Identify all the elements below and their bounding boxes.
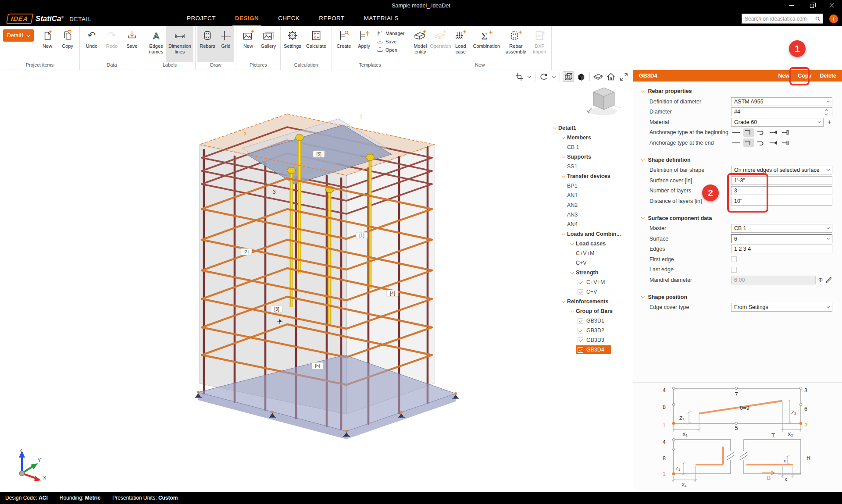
anchorage-bend-90-icon[interactable] bbox=[743, 138, 754, 147]
tree-item-gb3d1[interactable]: GB3D1 bbox=[549, 316, 633, 326]
checkbox-checked[interactable] bbox=[578, 347, 583, 353]
home-view-button[interactable] bbox=[605, 71, 617, 82]
tree-item-members[interactable]: Members bbox=[549, 133, 633, 142]
save-button[interactable]: Save bbox=[122, 26, 142, 62]
anchorage-straight-icon[interactable] bbox=[731, 128, 742, 137]
rotate-view-button[interactable] bbox=[538, 71, 549, 82]
tree-item-group-of-bars[interactable]: Group of Bars bbox=[549, 306, 633, 316]
edges-names-button[interactable]: A Edges names bbox=[146, 26, 166, 62]
calculate-button[interactable]: Calculate bbox=[303, 26, 330, 62]
tree-item-loads-and-combinations[interactable]: Loads and Combin... bbox=[549, 229, 633, 239]
anchorage-hook-180-icon[interactable] bbox=[756, 138, 766, 147]
copy-project-item-button[interactable]: Copy bbox=[57, 26, 78, 62]
tree-item-an2[interactable]: AN2 bbox=[549, 200, 633, 210]
tab-project[interactable]: PROJECT bbox=[184, 11, 218, 26]
dimension-lines-button[interactable]: Dimension lines bbox=[166, 26, 193, 62]
fullscreen-button[interactable] bbox=[618, 71, 629, 82]
tree-item-bp1[interactable]: BP1 bbox=[549, 181, 633, 191]
dxf-import-button[interactable]: DXF DXF Import bbox=[529, 26, 549, 62]
template-manager-button[interactable]: Manager bbox=[377, 30, 404, 36]
anchorage-plate-icon[interactable] bbox=[780, 138, 791, 147]
checkbox-checked[interactable] bbox=[578, 289, 583, 295]
definition-of-diameter-select[interactable]: ASTM A955 bbox=[731, 97, 832, 106]
anchorage-head-icon[interactable] bbox=[768, 128, 778, 137]
tab-report[interactable]: REPORT bbox=[316, 11, 347, 26]
tree-item-strength-cvm[interactable]: C+V+M bbox=[549, 277, 633, 287]
diameter-stepper[interactable]: #4 bbox=[731, 107, 832, 116]
delete-entity-button[interactable]: Delete bbox=[820, 73, 836, 79]
checkbox-checked[interactable] bbox=[578, 318, 583, 324]
master-select[interactable]: CB 1 bbox=[731, 224, 832, 233]
anchorage-plate-icon[interactable] bbox=[780, 128, 791, 137]
tree-item-transfer-devices[interactable]: Transfer devices bbox=[549, 171, 633, 181]
edit-pencil-button[interactable] bbox=[825, 277, 832, 284]
tree-item-gb3d2[interactable]: GB3D2 bbox=[549, 326, 633, 335]
section-header-shape-position[interactable]: Shape position bbox=[642, 292, 832, 302]
last-edge-checkbox[interactable] bbox=[731, 267, 737, 273]
spinner-icon[interactable] bbox=[823, 109, 829, 115]
close-button[interactable] bbox=[822, 0, 842, 11]
material-select[interactable]: Grade 60 bbox=[731, 118, 824, 127]
add-material-button[interactable]: + bbox=[826, 118, 832, 126]
info-button[interactable]: i bbox=[829, 14, 838, 23]
template-open-button[interactable]: Open bbox=[377, 46, 404, 53]
gallery-button[interactable]: Gallery bbox=[258, 26, 278, 62]
checkbox-checked[interactable] bbox=[578, 337, 583, 343]
tree-item-gb3d4-selected[interactable]: GB3D4 bbox=[549, 345, 633, 355]
tab-materials[interactable]: MATERIALS bbox=[361, 11, 401, 26]
apply-template-button[interactable]: Apply bbox=[354, 26, 374, 62]
combination-button[interactable]: Σ Combination bbox=[471, 26, 502, 62]
anchorage-bend-90-icon[interactable] bbox=[743, 128, 754, 137]
surface-select[interactable]: 6 bbox=[731, 234, 832, 243]
anchorage-head-icon[interactable] bbox=[768, 138, 778, 147]
new-picture-button[interactable]: New bbox=[238, 26, 258, 62]
crop-view-button[interactable] bbox=[514, 71, 525, 82]
rotate-options-button[interactable] bbox=[551, 71, 557, 82]
tree-item-an1[interactable]: AN1 bbox=[549, 191, 633, 200]
redo-button[interactable]: ↷ Redo bbox=[102, 26, 122, 62]
tree-item-an3[interactable]: AN3 bbox=[549, 210, 633, 220]
crop-options-button[interactable] bbox=[526, 71, 532, 82]
section-view-button[interactable] bbox=[592, 71, 604, 82]
view-cube[interactable] bbox=[581, 83, 627, 120]
tree-item-strength-cv[interactable]: C+V bbox=[549, 287, 633, 297]
section-header-shape-definition[interactable]: Shape definition bbox=[642, 155, 832, 165]
undo-button[interactable]: ↶ Undo bbox=[82, 26, 102, 62]
wireframe-view-button[interactable] bbox=[563, 71, 574, 82]
edges-input[interactable] bbox=[731, 245, 832, 253]
section-header-surface-component-data[interactable]: Surface component data bbox=[642, 213, 832, 224]
tab-check[interactable]: CHECK bbox=[275, 11, 302, 26]
model-entity-button[interactable]: Model entity bbox=[410, 26, 430, 62]
settings-button[interactable]: </> Settings bbox=[282, 26, 303, 62]
tree-item-detail1[interactable]: Detail1 bbox=[549, 123, 633, 133]
template-save-button[interactable]: Save bbox=[377, 38, 404, 45]
search-box[interactable] bbox=[742, 14, 823, 24]
checkbox-checked[interactable] bbox=[578, 328, 583, 334]
anchorage-straight-icon[interactable] bbox=[731, 138, 742, 147]
model-3d[interactable]: 1 2 3 [6] [2] [1] [4] [3] [5] bbox=[193, 101, 460, 447]
grid-button[interactable]: Grid bbox=[218, 26, 234, 62]
new-project-item-button[interactable]: New bbox=[37, 26, 57, 62]
checkbox-checked[interactable] bbox=[578, 280, 583, 285]
operation-button[interactable]: Operation bbox=[430, 26, 450, 62]
first-edge-checkbox[interactable] bbox=[731, 256, 737, 262]
load-case-button[interactable]: Load case bbox=[450, 26, 471, 62]
solid-view-button[interactable] bbox=[575, 71, 587, 82]
tree-item-supports[interactable]: Supports bbox=[549, 152, 633, 162]
rebars-button[interactable]: Rebars bbox=[197, 26, 218, 62]
new-entity-button[interactable]: New bbox=[778, 73, 790, 79]
edge-cover-type-select[interactable]: From Settings bbox=[731, 303, 832, 312]
section-header-rebar-properties[interactable]: Rebar properties bbox=[642, 86, 832, 96]
minimize-button[interactable] bbox=[781, 0, 802, 11]
viewport-3d[interactable]: 1 2 3 [6] [2] [1] [4] [3] [5] bbox=[0, 70, 633, 492]
rebar-assembly-button[interactable]: Rebar assembly bbox=[502, 26, 529, 62]
create-template-button[interactable]: Create bbox=[334, 26, 354, 62]
tree-item-cb1[interactable]: CB 1 bbox=[549, 142, 633, 152]
project-selector[interactable]: Detail1 bbox=[3, 29, 34, 42]
search-input[interactable] bbox=[745, 16, 813, 22]
tree-item-reinforcements[interactable]: Reinforcements bbox=[549, 297, 633, 306]
tree-item-load-case-cv[interactable]: C+V bbox=[549, 258, 633, 268]
tree-item-load-case-cvm[interactable]: C+V+M bbox=[549, 248, 633, 258]
tree-item-an4[interactable]: AN4 bbox=[549, 220, 633, 229]
tree-item-ss1[interactable]: SS1 bbox=[549, 162, 633, 171]
